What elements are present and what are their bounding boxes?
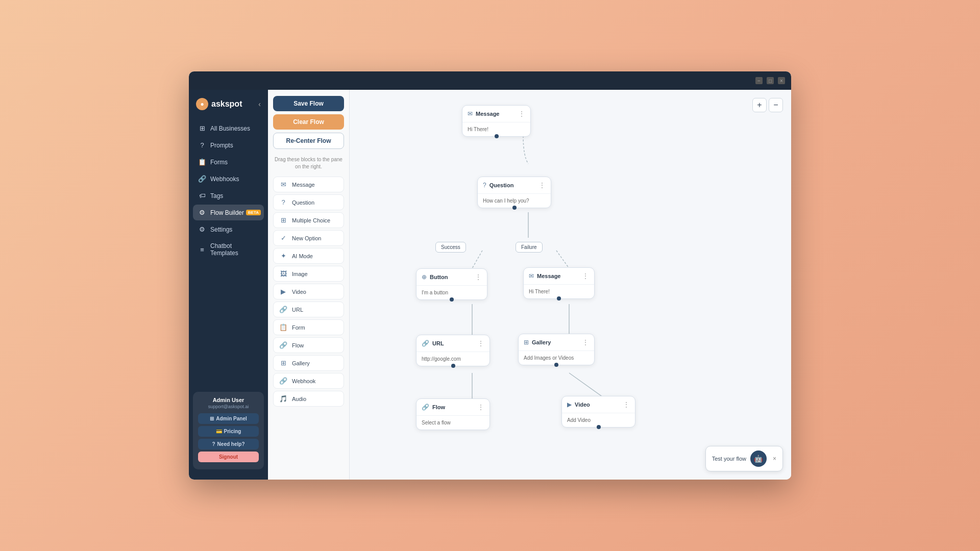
node-gallery-1[interactable]: ⊞ Gallery ⋮ Add Images or Videos	[518, 334, 595, 365]
block-item-gallery[interactable]: ⊞ Gallery	[273, 355, 344, 371]
node-menu-button[interactable]: ⋮	[623, 400, 630, 409]
node-menu-button[interactable]: ⋮	[582, 272, 589, 280]
block-item-url[interactable]: 🔗 URL	[273, 302, 344, 317]
block-item-ai-mode[interactable]: ✦ AI Mode	[273, 248, 344, 264]
multiple-choice-icon: ⊞	[279, 216, 288, 224]
block-item-form[interactable]: 📋 Form	[273, 319, 344, 335]
minimize-button[interactable]: −	[755, 77, 763, 84]
node-url-1[interactable]: 🔗 URL ⋮ http://google.com	[416, 335, 490, 366]
admin-panel-button[interactable]: ⊞ Admin Panel	[198, 413, 259, 424]
sidebar-collapse-button[interactable]: ‹	[258, 100, 261, 108]
node-title: Video	[575, 402, 620, 408]
test-flow-label: Test your flow	[712, 456, 746, 462]
close-button[interactable]: ×	[778, 77, 785, 84]
block-label: Message	[292, 182, 315, 188]
block-item-message[interactable]: ✉ Message	[273, 177, 344, 192]
node-bottom-dot	[512, 206, 517, 210]
close-test-icon[interactable]: ×	[773, 455, 776, 462]
node-menu-button[interactable]: ⋮	[518, 110, 525, 118]
sidebar-item-tags[interactable]: 🏷 Tags	[193, 188, 264, 204]
block-item-audio[interactable]: 🎵 Audio	[273, 391, 344, 407]
zoom-out-button[interactable]: −	[769, 98, 783, 112]
settings-icon: ⚙	[198, 226, 206, 233]
ai-icon: ✦	[279, 252, 288, 260]
node-bottom-dot	[450, 297, 454, 302]
node-flow-1[interactable]: 🔗 Flow ⋮ Select a flow	[416, 398, 490, 430]
canvas[interactable]: + − ✉ Message ⋮ Hi There! ? Question ⋮	[350, 90, 791, 480]
test-flow-button[interactable]: Test your flow 🤖 ×	[705, 446, 783, 471]
block-item-video[interactable]: ▶ Video	[273, 284, 344, 299]
sidebar-item-label: Chatbot Templates	[210, 242, 259, 257]
test-avatar: 🤖	[750, 450, 767, 467]
sidebar-item-label: Forms	[210, 159, 228, 166]
message-icon: ✉	[279, 181, 288, 188]
node-button-1[interactable]: ⊕ Button ⋮ I'm a button	[416, 268, 487, 300]
sidebar-item-label: Settings	[210, 226, 232, 233]
pricing-icon: 💳	[216, 429, 222, 434]
sidebar-bottom: Admin User support@askspot.ai ⊞ Admin Pa…	[193, 392, 264, 473]
save-flow-button[interactable]: Save Flow	[273, 96, 344, 111]
tag-icon: 🏷	[198, 192, 206, 199]
node-menu-button[interactable]: ⋮	[477, 339, 484, 347]
user-card: Admin User support@askspot.ai ⊞ Admin Pa…	[193, 392, 264, 469]
pricing-button[interactable]: 💳 Pricing	[198, 426, 259, 437]
gallery-node-icon: ⊞	[524, 339, 529, 346]
grid-icon: ⊞	[198, 124, 206, 132]
sidebar-item-flow-builder[interactable]: ⚙ Flow Builder beta	[193, 205, 264, 220]
node-message-1[interactable]: ✉ Message ⋮ Hi There!	[462, 105, 531, 137]
node-question-1[interactable]: ? Question ⋮ How can I help you?	[477, 177, 551, 208]
templates-icon: ≡	[198, 246, 206, 254]
need-help-button[interactable]: ? Need help?	[198, 439, 259, 449]
question-icon: ?	[198, 141, 206, 149]
node-menu-button[interactable]: ⋮	[582, 338, 589, 346]
block-label: New Option	[292, 235, 321, 241]
sidebar: ● askspot ‹ ⊞ All Businesses ? Prompts 📋…	[189, 90, 268, 480]
zoom-in-button[interactable]: +	[752, 98, 767, 112]
clear-flow-button[interactable]: Clear Flow	[273, 114, 344, 130]
sidebar-item-webhooks[interactable]: 🔗 Webhooks	[193, 171, 264, 187]
block-label: Audio	[292, 396, 306, 402]
sidebar-item-all-businesses[interactable]: ⊞ All Businesses	[193, 120, 264, 136]
node-title: Button	[430, 274, 472, 280]
image-icon: 🖼	[279, 270, 288, 278]
node-bottom-dot	[597, 425, 601, 429]
block-item-new-option[interactable]: ✓ New Option	[273, 230, 344, 246]
admin-icon: ⊞	[210, 416, 214, 421]
block-label: Image	[292, 271, 308, 277]
app-window: − □ × ● askspot ‹ ⊞ All Businesses ? Pro…	[189, 71, 791, 480]
block-item-image[interactable]: 🖼 Image	[273, 266, 344, 282]
block-label: Video	[292, 289, 306, 295]
sidebar-item-label: All Businesses	[210, 125, 250, 132]
node-message-2[interactable]: ✉ Message ⋮ Hi There!	[523, 267, 595, 299]
node-menu-button[interactable]: ⋮	[477, 403, 484, 411]
signout-button[interactable]: Signout	[198, 452, 259, 462]
maximize-button[interactable]: □	[767, 77, 774, 84]
block-item-question[interactable]: ? Question	[273, 194, 344, 210]
sidebar-item-chatbot-templates[interactable]: ≡ Chatbot Templates	[193, 238, 264, 261]
branch-failure[interactable]: Failure	[516, 242, 543, 253]
recenter-flow-button[interactable]: Re-Center Flow	[273, 133, 344, 149]
block-item-flow[interactable]: 🔗 Flow	[273, 337, 344, 353]
sidebar-nav: ⊞ All Businesses ? Prompts 📋 Forms 🔗 Web…	[193, 120, 264, 392]
message-node-icon: ✉	[468, 110, 473, 117]
titlebar: − □ ×	[189, 71, 791, 90]
node-menu-button[interactable]: ⋮	[475, 273, 482, 281]
new-option-icon: ✓	[279, 234, 288, 242]
webhook-icon: 🔗	[198, 175, 206, 183]
block-item-multiple-choice[interactable]: ⊞ Multiple Choice	[273, 212, 344, 228]
node-title: Message	[537, 273, 579, 279]
node-video-1[interactable]: ▶ Video ⋮ Add Video	[561, 396, 635, 428]
block-label: URL	[292, 307, 303, 313]
sidebar-item-settings[interactable]: ⚙ Settings	[193, 221, 264, 237]
sidebar-item-prompts[interactable]: ? Prompts	[193, 137, 264, 153]
branch-success[interactable]: Success	[435, 242, 466, 253]
block-label: Multiple Choice	[292, 217, 330, 223]
node-menu-button[interactable]: ⋮	[538, 181, 546, 189]
help-icon: ?	[212, 441, 215, 447]
node-title: URL	[432, 340, 474, 346]
audio-icon: 🎵	[279, 395, 288, 403]
sidebar-item-forms[interactable]: 📋 Forms	[193, 154, 264, 170]
node-title: Question	[489, 182, 535, 188]
block-item-webhook[interactable]: 🔗 Webhook	[273, 373, 344, 389]
node-body: Select a flow	[416, 416, 489, 430]
